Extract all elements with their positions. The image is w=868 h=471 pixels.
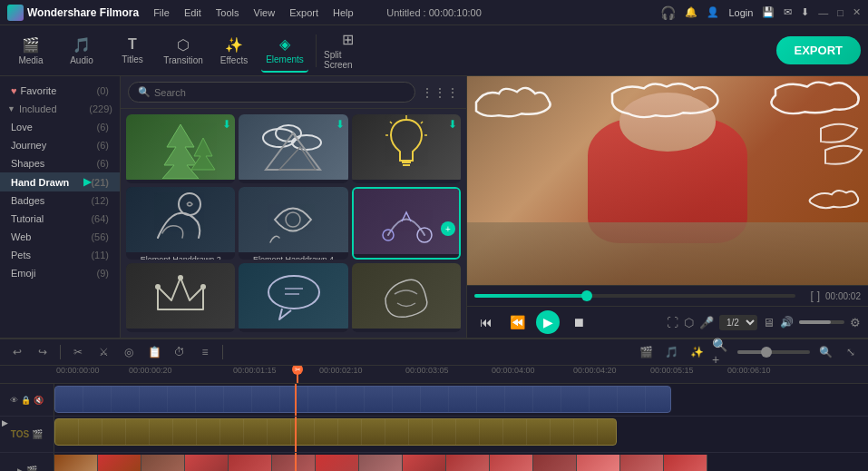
zoom-in-icon[interactable]: 🔍+ [712,342,732,362]
close-button[interactable]: ✕ [853,6,861,18]
step-back-button[interactable]: ⏪ [505,310,529,334]
element-card-4[interactable]: Element Handdrawn 2 [126,187,235,260]
video-clip-1[interactable] [54,386,671,413]
search-input[interactable] [154,87,405,98]
tool-elements[interactable]: ◈ Elements [261,29,308,73]
menu-file[interactable]: File [153,7,170,18]
split-button[interactable]: ⚔ [93,342,113,362]
search-box[interactable]: 🔍 [128,82,415,103]
audio-track-icon[interactable]: 🎵 [661,342,681,362]
play-button[interactable]: ▶ [536,310,560,334]
menu-edit[interactable]: Edit [184,7,201,18]
sidebar-item-emoji[interactable]: Emoji (9) [0,264,120,282]
minimize-button[interactable]: — [818,7,828,18]
tool-split-screen[interactable]: ⊞ Split Screen [324,29,371,73]
login-button[interactable]: Login [728,7,753,18]
sidebar-item-favorite[interactable]: ♥ Favorite (0) [0,82,120,100]
menu-view[interactable]: View [254,7,276,18]
redo-button[interactable]: ↪ [33,342,53,362]
fit-icon[interactable]: ⤡ [841,342,861,362]
copy-button[interactable]: 📋 [144,342,164,362]
tool-transition[interactable]: ⬡ Transition [160,29,207,73]
progress-bar[interactable] [474,294,795,298]
monitor-icon[interactable]: 🖥 [763,316,775,329]
effects-track-icon[interactable]: ✨ [687,342,707,362]
stop-button[interactable]: ⏹ [567,310,590,334]
mic-icon[interactable]: 🎤 [699,316,714,329]
bracket-right[interactable]: ] [817,289,820,302]
love-label: Love [11,122,33,132]
element-card-6[interactable]: + Element Handdrawn 20 [352,187,461,260]
fullscreen-icon[interactable]: ⛶ [667,316,678,329]
bracket-left[interactable]: [ [810,289,813,302]
export-button[interactable]: EXPORT [776,36,861,64]
transition-icon: ⬡ [177,36,190,54]
elements-panel: 🔍 ⋮⋮⋮ ⬇ Element Handdrawn 5 [121,76,467,338]
undo-button[interactable]: ↩ [7,342,27,362]
sidebar-item-shapes[interactable]: Shapes (6) [0,154,120,172]
download-icon[interactable]: ⬇ [801,6,809,18]
element-card-7[interactable]: Element Handdrawn 3 [126,263,235,332]
sidebar-item-journey[interactable]: Journey (6) [0,136,120,154]
track-header-1: 👁 🔒 🔇 [0,384,54,416]
speed-button[interactable]: ⏱ [170,342,190,362]
track-row-3: ▶ 🎬 [0,453,868,471]
headphones-icon[interactable]: 🎧 [660,5,676,20]
sidebar-item-tutorial[interactable]: Tutorial (64) [0,210,120,228]
volume-icon[interactable]: 🔊 [780,316,794,329]
sidebar-item-badges[interactable]: Badges (12) [0,191,120,210]
zoom-out-icon[interactable]: 🔍 [815,342,835,362]
settings-icon[interactable]: ⚙ [850,316,861,329]
progress-thumb [581,290,592,301]
track-expand-2[interactable]: ▶ [2,418,8,427]
film-frame-11 [490,455,533,471]
tool-audio[interactable]: 🎵 Audio [58,29,105,73]
element-card-3[interactable]: ⬇ Element Handdrawn 1 [352,114,461,183]
svg-line-9 [421,122,423,123]
maximize-button[interactable]: □ [837,7,844,18]
prev-frame-button[interactable]: ⏮ [474,310,498,334]
tool-media[interactable]: 🎬 Media [7,29,54,73]
preview-progress: [ ] 00:00:02 [467,285,868,306]
element-card-9[interactable]: Element Handdrawn 8 [352,263,461,332]
track-lock-1[interactable]: 🔒 [21,396,31,405]
element-card-1[interactable]: ⬇ Element Handdrawn 5 [126,114,235,183]
main-toolbar: 🎬 Media 🎵 Audio T Titles ⬡ Transition ✨ … [0,25,868,76]
account-icon[interactable]: 👤 [707,6,719,18]
sidebar-category-included[interactable]: ▼ Included (229) [0,100,120,118]
tool-effects[interactable]: ✨ Effects [210,29,258,73]
save-icon[interactable]: 💾 [762,6,775,18]
more-button[interactable]: ≡ [195,342,215,362]
sidebar-item-love[interactable]: Love (6) [0,118,120,136]
sidebar-item-pets[interactable]: Pets (11) [0,246,120,264]
cut-button[interactable]: ✂ [68,342,88,362]
timeline-zoom-thumb[interactable] [761,347,772,358]
tool-titles[interactable]: T Titles [109,29,156,73]
menu-help[interactable]: Help [333,7,354,18]
element-thumb-8 [239,263,347,329]
element-card-5[interactable]: Element Handdrawn 4 [239,187,347,260]
menu-export[interactable]: Export [289,7,318,18]
zoom-select[interactable]: 1/2 1/1 1/4 [719,315,757,330]
track-expand-3[interactable]: ▶ [17,466,24,472]
menu-tools[interactable]: Tools [216,7,239,18]
svg-point-16 [178,275,183,280]
track-mute-1[interactable]: 🔇 [34,396,44,405]
grid-view-button[interactable]: ⋮⋮⋮ [421,85,459,100]
time-display: 00:00:02 [825,291,861,301]
crop-icon[interactable]: ⬡ [684,316,694,329]
track-header-3: ▶ 🎬 [0,453,54,471]
tutorial-label: Tutorial [11,213,44,224]
element-card-2[interactable]: ⬇ Element Handdrawn 15 [239,114,347,183]
element-card-8[interactable]: Element Handdrawn 7 [239,263,347,332]
video-track-icon[interactable]: 🎬 [636,342,656,362]
track-eye-1[interactable]: 👁 [10,396,18,405]
notification-icon[interactable]: 🔔 [685,6,697,18]
sidebar-item-web[interactable]: Web (56) [0,228,120,246]
snap-button[interactable]: ◎ [119,342,139,362]
audio-clip-1[interactable] [54,418,617,446]
sidebar-item-hand-drawn[interactable]: Hand Drawn ▶ (21) [0,172,120,191]
timeline-zoom-slider[interactable] [737,350,810,354]
email-icon[interactable]: ✉ [784,6,792,18]
volume-slider[interactable] [799,320,844,324]
